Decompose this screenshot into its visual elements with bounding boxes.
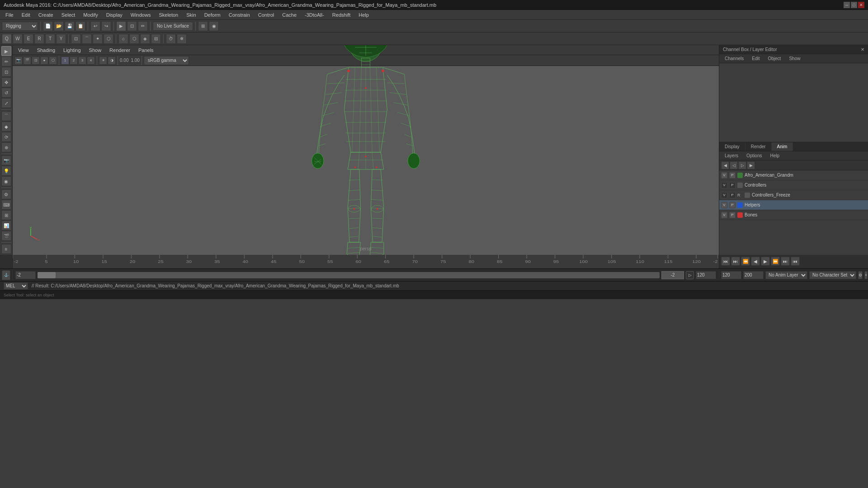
vp-1-btn[interactable]: 1: [61, 56, 69, 65]
vp-menu-show[interactable]: Show: [85, 47, 105, 54]
tab-show[interactable]: Show: [785, 55, 804, 62]
scale-tool-btn[interactable]: R: [34, 34, 44, 44]
channel-box-close[interactable]: ✕: [861, 47, 864, 52]
menu-select[interactable]: Select: [58, 11, 79, 19]
range-handle-left[interactable]: [38, 272, 56, 278]
tab-anim[interactable]: Anim: [772, 142, 793, 151]
save-as-btn[interactable]: 📋: [75, 21, 85, 31]
layer-row[interactable]: V P Afro_American_Grandm: [719, 170, 868, 180]
menu-skeleton[interactable]: Skeleton: [155, 11, 182, 19]
range-icon-btn[interactable]: ⚓: [2, 270, 10, 280]
layer-p-btn[interactable]: P: [729, 212, 736, 218]
camera-btn[interactable]: 📷: [1, 155, 11, 165]
universal-manip-btn[interactable]: Y: [56, 34, 66, 44]
range-end-input[interactable]: [696, 271, 716, 279]
rotate-mode-btn[interactable]: ↺: [1, 88, 11, 98]
vp-menu-lighting[interactable]: Lighting: [60, 47, 85, 54]
scale-mode-btn[interactable]: ⤢: [1, 98, 11, 108]
range-settings-btn[interactable]: ⚙: [858, 271, 863, 279]
new-scene-btn[interactable]: 📄: [43, 21, 53, 31]
save-btn[interactable]: 💾: [65, 21, 75, 31]
script-btn[interactable]: ⌨: [1, 200, 11, 210]
cluster-btn[interactable]: ⊕: [1, 142, 11, 152]
minimize-button[interactable]: ─: [844, 2, 850, 8]
window-controls[interactable]: ─ □ ✕: [844, 2, 864, 8]
last-tool-btn[interactable]: T: [45, 34, 55, 44]
sub-tab-layers[interactable]: Layers: [721, 152, 742, 159]
menu-windows[interactable]: Windows: [127, 11, 155, 19]
attr-btn[interactable]: ⚙: [1, 189, 11, 199]
snap-grid-btn[interactable]: ⊡: [71, 34, 81, 44]
light-btn[interactable]: 💡: [1, 166, 11, 176]
menu-display[interactable]: Display: [103, 11, 126, 19]
menu-constrain[interactable]: Constrain: [225, 11, 254, 19]
vp-4-btn[interactable]: 4: [87, 56, 95, 65]
vp-light-btn[interactable]: ☀: [99, 56, 107, 65]
vp-menu-shading[interactable]: Shading: [33, 47, 59, 54]
select-btn[interactable]: ▶: [116, 21, 126, 31]
layer-p-btn[interactable]: P: [729, 172, 736, 178]
color-space-dropdown[interactable]: sRGB gamma: [144, 56, 189, 65]
range-max-end[interactable]: [743, 271, 764, 279]
layer-prev-btn[interactable]: ◀: [721, 161, 729, 169]
move-mode-btn[interactable]: ✥: [1, 77, 11, 87]
anim-btn[interactable]: 🎬: [1, 231, 11, 241]
next-key-btn[interactable]: ⏩: [771, 257, 780, 266]
menu-file[interactable]: File: [2, 11, 17, 19]
go-start-btn[interactable]: ⏮: [721, 257, 730, 266]
wireframe-btn[interactable]: ⊟: [151, 34, 161, 44]
viewport-canvas[interactable]: persp x y: [13, 66, 719, 255]
vp-film-btn[interactable]: 🎬: [23, 56, 31, 65]
joint-btn[interactable]: ◆: [1, 122, 11, 131]
go-end-btn[interactable]: ⏮: [791, 257, 800, 266]
layer-row[interactable]: V P R Controllers_Freeze: [719, 190, 868, 200]
layer-p-btn[interactable]: P: [729, 192, 736, 198]
vp-wire-btn[interactable]: ⊡: [32, 56, 40, 65]
play-fwd-btn[interactable]: ▶: [761, 257, 770, 266]
select-tool-btn[interactable]: Q: [2, 34, 12, 44]
layer-row[interactable]: V P Controllers: [719, 180, 868, 190]
prev-key-btn[interactable]: ⏪: [741, 257, 750, 266]
ik-btn[interactable]: ⟳: [1, 132, 11, 142]
char-set-select[interactable]: No Character Set: [809, 271, 856, 279]
layer-v-btn[interactable]: V: [721, 182, 727, 188]
vp-2-btn[interactable]: 2: [70, 56, 78, 65]
graph-btn[interactable]: 📊: [1, 221, 11, 230]
history-btn[interactable]: ⏱: [166, 34, 176, 44]
layer-v-btn[interactable]: V: [721, 192, 727, 198]
timeline-ruler[interactable]: -2 5 10 15 20 25 30 35 40 45 5: [13, 255, 719, 268]
freeze-btn[interactable]: ❄: [177, 34, 187, 44]
menu-control[interactable]: Control: [255, 11, 278, 19]
layer-next-btn[interactable]: ▶: [747, 161, 755, 169]
select-mode-btn[interactable]: ▶: [1, 46, 11, 56]
redo-btn[interactable]: ↪: [101, 21, 111, 31]
menu-deform[interactable]: Deform: [201, 11, 224, 19]
layer-row[interactable]: V P Helpers: [719, 200, 868, 210]
tab-channels[interactable]: Channels: [721, 55, 747, 62]
undo-btn[interactable]: ↩: [90, 21, 100, 31]
menu-skin[interactable]: Skin: [183, 11, 199, 19]
snap-curve-btn[interactable]: ⌒: [82, 34, 92, 44]
layer-v-btn[interactable]: V: [721, 212, 727, 218]
sub-tab-options[interactable]: Options: [743, 152, 765, 159]
symmetry-btn[interactable]: ⬡: [129, 34, 139, 44]
step-fwd-btn[interactable]: ⏭: [781, 257, 790, 266]
layer-next2-btn[interactable]: ▷: [738, 161, 746, 169]
vp-menu-renderer[interactable]: Renderer: [106, 47, 134, 54]
layer-p-btn[interactable]: P: [729, 202, 736, 208]
layer-p-btn[interactable]: P: [729, 182, 736, 188]
curve-btn[interactable]: ⌒: [1, 111, 11, 121]
menu-3dto[interactable]: -3DtoAll-: [301, 11, 328, 19]
range-extra-btn[interactable]: +: [864, 271, 868, 279]
menu-redshift[interactable]: Redshift: [329, 11, 354, 19]
node-btn[interactable]: ⊞: [1, 210, 11, 220]
vp-menu-panels[interactable]: Panels: [135, 47, 157, 54]
tab-render[interactable]: Render: [745, 142, 772, 151]
menu-help[interactable]: Help: [355, 11, 373, 19]
render2-btn[interactable]: ◉: [1, 176, 11, 186]
vp-3-btn[interactable]: 3: [78, 56, 86, 65]
vp-shadow-btn[interactable]: ◑: [108, 56, 116, 65]
frame-type-btn[interactable]: ▷: [686, 271, 694, 279]
tab-edit[interactable]: Edit: [748, 55, 763, 62]
vp-menu-view[interactable]: View: [14, 47, 33, 54]
